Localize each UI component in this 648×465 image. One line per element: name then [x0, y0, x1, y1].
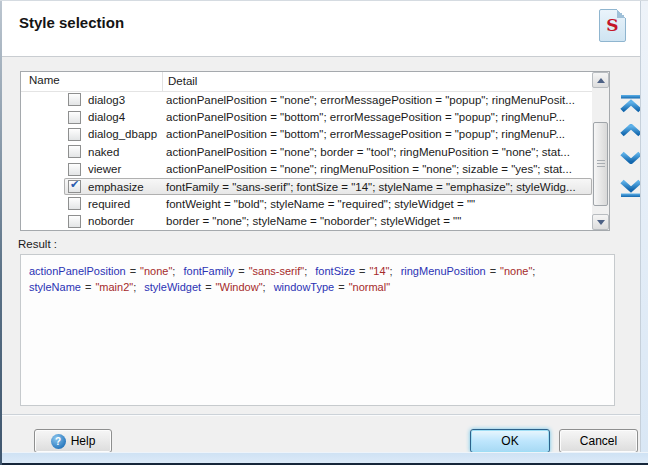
style-detail: actionPanelPosition = "bottom"; errorMes…: [164, 128, 592, 140]
style-detail: actionPanelPosition = "none"; ringMenuPo…: [164, 163, 592, 175]
style-detail: actionPanelPosition = "bottom"; errorMes…: [164, 111, 592, 123]
table-row[interactable]: naked actionPanelPosition = "none"; bord…: [21, 143, 592, 160]
style-list-table: Name Detail dialog3 actionPanelPosition …: [20, 71, 610, 231]
result-pair: styleWidget="Window";: [144, 279, 265, 295]
style-name: dialog3: [88, 94, 162, 106]
result-label: Result :: [18, 238, 57, 250]
style-detail: actionPanelPosition = "none"; errorMessa…: [164, 94, 592, 106]
s-document-icon: S: [599, 9, 626, 42]
row-content[interactable]: naked actionPanelPosition = "none"; bord…: [64, 143, 592, 160]
table-row[interactable]: viewer actionPanelPosition = "none"; rin…: [21, 161, 592, 178]
move-to-bottom-button[interactable]: [620, 179, 642, 197]
style-name: dialog_dbapp: [88, 128, 162, 140]
table-row[interactable]: noborder border = "none"; styleName = "n…: [21, 213, 592, 230]
question-circle-icon: [51, 434, 66, 449]
row-content[interactable]: dialog_dbapp actionPanelPosition = "bott…: [64, 126, 592, 143]
table-row[interactable]: required fontWeight = "bold"; styleName …: [21, 195, 592, 212]
style-selection-dialog: Style selection S Name Detail dialog3 ac…: [0, 0, 648, 465]
app-icon-letter: S: [606, 15, 618, 35]
row-content[interactable]: emphasize fontFamily = "sans-serif"; fon…: [64, 178, 592, 195]
table-header-row: Name Detail: [21, 72, 609, 92]
help-button-label: Help: [71, 434, 96, 448]
move-down-button[interactable]: [620, 151, 642, 164]
table-row[interactable]: emphasize fontFamily = "sans-serif"; fon…: [21, 178, 592, 195]
result-pair: fontFamily="sans-serif";: [183, 263, 307, 279]
move-up-button[interactable]: [620, 124, 642, 137]
triangle-down-icon: [597, 220, 605, 225]
triangle-up-icon: [597, 78, 605, 83]
move-to-top-icon: [620, 95, 642, 113]
window-bottom-edge: [0, 452, 648, 465]
move-to-bottom-icon: [620, 179, 642, 197]
table-scrollbar[interactable]: [592, 72, 609, 230]
row-content[interactable]: dialog3 actionPanelPosition = "none"; er…: [64, 91, 592, 108]
row-content[interactable]: required fontWeight = "bold"; styleName …: [64, 195, 592, 212]
table-row[interactable]: dialog_dbapp actionPanelPosition = "bott…: [21, 126, 592, 143]
button-bar-separator: [2, 414, 640, 416]
style-name: dialog4: [88, 111, 162, 123]
table-row[interactable]: dialog4 actionPanelPosition = "bottom"; …: [21, 108, 592, 125]
move-up-icon: [620, 124, 642, 137]
dialog-header: Style selection S: [1, 1, 648, 57]
scroll-up-button[interactable]: [592, 72, 609, 88]
style-detail: fontFamily = "sans-serif"; fontSize = "1…: [164, 181, 592, 193]
window-left-edge: [0, 1, 2, 465]
style-name: required: [88, 198, 162, 210]
row-content[interactable]: viewer actionPanelPosition = "none"; rin…: [64, 161, 592, 178]
style-detail: border = "none"; styleName = "noborder";…: [164, 215, 592, 227]
checkbox[interactable]: [68, 128, 81, 141]
table-body: dialog3 actionPanelPosition = "none"; er…: [21, 91, 592, 230]
move-down-icon: [620, 151, 642, 164]
result-pair: styleName="main2";: [29, 279, 136, 295]
style-name: emphasize: [88, 181, 162, 193]
help-button[interactable]: Help: [34, 429, 112, 453]
result-pair: windowType="normal": [274, 279, 390, 295]
checkbox[interactable]: [68, 215, 81, 228]
row-content[interactable]: dialog4 actionPanelPosition = "bottom"; …: [64, 108, 592, 125]
checkbox[interactable]: [68, 163, 81, 176]
window-right-edge: [640, 1, 648, 465]
scrollbar-thumb[interactable]: [593, 122, 608, 206]
table-row[interactable]: dialog3 actionPanelPosition = "none"; er…: [21, 91, 592, 108]
style-name: naked: [88, 146, 162, 158]
result-box: actionPanelPosition="none"; fontFamily="…: [20, 254, 615, 406]
style-detail: fontWeight = "bold"; styleName = "requir…: [164, 198, 592, 210]
column-header-name[interactable]: Name: [29, 74, 60, 86]
checkbox[interactable]: [68, 93, 81, 106]
ok-button[interactable]: OK: [470, 429, 550, 453]
result-pair: fontSize="14";: [315, 263, 392, 279]
scroll-down-button[interactable]: [592, 214, 609, 230]
checkbox[interactable]: [68, 111, 81, 124]
checkbox[interactable]: [68, 197, 81, 210]
style-name: noborder: [88, 215, 162, 227]
dialog-title: Style selection: [19, 14, 124, 31]
style-name: viewer: [88, 163, 162, 175]
page-fold-corner: [617, 9, 626, 18]
cancel-button[interactable]: Cancel: [559, 429, 638, 453]
column-header-detail[interactable]: Detail: [162, 72, 197, 91]
checkbox[interactable]: [68, 145, 81, 158]
row-content[interactable]: noborder border = "none"; styleName = "n…: [64, 213, 592, 230]
ok-button-label: OK: [501, 434, 518, 448]
result-pair: ringMenuPosition="none";: [401, 263, 536, 279]
cancel-button-label: Cancel: [580, 434, 617, 448]
result-pair: actionPanelPosition="none";: [29, 263, 175, 279]
style-detail: actionPanelPosition = "none"; border = "…: [164, 146, 592, 158]
move-to-top-button[interactable]: [620, 95, 642, 113]
checkbox[interactable]: [68, 180, 81, 193]
thumb-grip: [597, 160, 605, 168]
